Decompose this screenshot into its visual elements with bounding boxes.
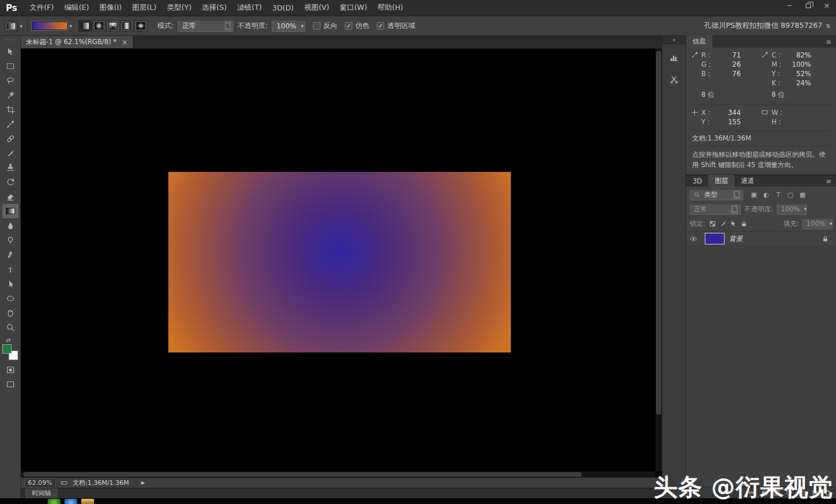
shape-filter-icon[interactable]: ▢ <box>785 191 795 199</box>
menu-view[interactable]: 视图(V) <box>299 0 334 16</box>
menu-file[interactable]: 文件(F) <box>24 0 59 16</box>
type-filter-icon[interactable]: T <box>773 191 783 199</box>
reflected-gradient-button[interactable] <box>120 20 134 31</box>
expand-panels-button[interactable]: « <box>662 36 686 44</box>
diamond-gradient-button[interactable] <box>134 20 147 31</box>
marquee-tool[interactable] <box>2 59 19 73</box>
layer-visibility-toggle[interactable] <box>686 232 701 246</box>
toolbar-grip[interactable] <box>4 39 17 42</box>
timeline-tab[interactable]: 时间轴 <box>24 488 59 498</box>
layer-row-background[interactable]: 背景 <box>686 231 836 247</box>
hand-tool[interactable] <box>2 305 19 320</box>
gradient-tool[interactable] <box>2 204 19 218</box>
menu-select[interactable]: 选择(S) <box>197 0 232 16</box>
tab-3d[interactable]: 3D <box>686 175 708 187</box>
foreground-color-swatch[interactable] <box>2 344 12 354</box>
menu-help[interactable]: 帮助(H) <box>372 0 408 16</box>
reverse-option[interactable]: 反向 <box>313 21 337 31</box>
w-label: W : <box>772 109 787 117</box>
lock-transparent-pixels-icon[interactable] <box>709 220 716 228</box>
eraser-tool[interactable] <box>2 189 19 204</box>
magic-wand-tool[interactable] <box>2 88 19 102</box>
dither-checkbox[interactable]: ✓ <box>345 22 352 30</box>
histogram-panel-icon[interactable] <box>665 49 683 66</box>
dither-option[interactable]: ✓ 仿色 <box>345 21 369 31</box>
angle-gradient-button[interactable] <box>106 20 120 31</box>
layer-lock-icon <box>821 235 833 243</box>
lock-image-pixels-icon[interactable] <box>719 220 727 228</box>
menu-layer[interactable]: 图层(L) <box>127 0 162 16</box>
menu-type[interactable]: 类型(Y) <box>161 0 196 16</box>
gradient-picker-arrow-icon[interactable]: ▾ <box>70 23 73 29</box>
history-brush-tool[interactable] <box>2 175 19 189</box>
menu-3d[interactable]: 3D(D) <box>267 1 299 15</box>
horizontal-scrollbar[interactable] <box>21 471 655 477</box>
taskbar-browser-icon[interactable] <box>64 499 77 504</box>
menu-edit[interactable]: 编辑(E) <box>59 0 95 16</box>
info-panel-menu-icon[interactable]: ≡ <box>821 38 836 46</box>
pixel-filter-icon[interactable]: ▣ <box>749 191 759 199</box>
vertical-scrollbar-thumb[interactable] <box>656 51 661 415</box>
reverse-checkbox[interactable] <box>313 22 320 30</box>
type-tool[interactable]: T <box>2 262 19 276</box>
vertical-scrollbar[interactable] <box>655 49 662 471</box>
color-swatches <box>2 344 18 360</box>
menu-image[interactable]: 图像(I) <box>94 0 127 16</box>
notes-panel-icon[interactable] <box>665 71 683 88</box>
swap-colors-icon[interactable]: ⇄ <box>6 337 10 343</box>
lasso-tool[interactable] <box>2 73 19 88</box>
layer-selected-area[interactable]: 背景 <box>701 232 836 246</box>
layer-filter-select[interactable]: 类型 ⇅ <box>690 189 743 200</box>
transparency-checkbox[interactable]: ✓ <box>377 22 384 30</box>
close-button[interactable]: × <box>817 0 836 12</box>
path-selection-tool[interactable] <box>2 276 19 291</box>
healing-brush-tool[interactable] <box>2 131 19 146</box>
clone-stamp-tool[interactable] <box>2 160 19 175</box>
ellipse-tool[interactable] <box>2 291 19 305</box>
lock-all-icon[interactable] <box>740 220 748 228</box>
quick-mask-button[interactable] <box>2 362 19 377</box>
horizontal-scrollbar-thumb[interactable] <box>23 472 582 477</box>
menu-filter[interactable]: 滤镜(T) <box>232 0 267 16</box>
adjustment-filter-icon[interactable]: ◐ <box>761 191 771 199</box>
document-tab-close-icon[interactable]: × <box>122 38 128 46</box>
layer-blend-mode-select[interactable]: 正常 ⇅ <box>690 204 741 215</box>
tab-layers[interactable]: 图层 <box>708 175 734 187</box>
tool-preset-picker[interactable]: ▾ <box>5 21 28 31</box>
layer-thumbnail[interactable] <box>705 233 725 244</box>
taskbar-folder-icon[interactable] <box>81 499 94 504</box>
blend-mode-select[interactable]: 正常 ⇅ <box>178 20 233 32</box>
canvas-area[interactable] <box>21 49 662 477</box>
eyedropper-tool[interactable] <box>2 117 19 131</box>
lock-position-icon[interactable] <box>730 220 737 228</box>
minimize-button[interactable]: ─ <box>780 0 799 12</box>
zoom-tool[interactable] <box>2 320 19 334</box>
menu-window[interactable]: 窗口(W) <box>334 0 372 16</box>
layer-opacity-select[interactable]: 100% ▾ <box>777 204 807 215</box>
pen-tool[interactable] <box>2 247 19 262</box>
taskbar-start-icon[interactable] <box>48 499 60 504</box>
smart-object-filter-icon[interactable]: ▦ <box>798 191 808 199</box>
zoom-level-field[interactable]: 62.09% <box>24 478 56 488</box>
crop-tool[interactable] <box>2 102 19 117</box>
linear-gradient-button[interactable] <box>78 20 92 31</box>
status-icon <box>60 479 68 487</box>
screen-mode-button[interactable] <box>2 377 19 391</box>
brush-tool[interactable] <box>2 146 19 160</box>
updown-icon[interactable]: ⇅ <box>826 23 830 29</box>
blur-tool[interactable] <box>2 218 19 233</box>
radial-gradient-button[interactable] <box>92 20 106 31</box>
document-canvas[interactable] <box>168 172 511 352</box>
layers-panel-menu-icon[interactable]: ≡ <box>821 178 836 185</box>
transparency-option[interactable]: ✓ 透明区域 <box>377 21 415 31</box>
layer-fill-select[interactable]: 100% ▾ <box>802 218 833 229</box>
document-tab[interactable]: 未标题-1 @ 62.1%(RGB/8) * × <box>21 36 134 48</box>
tab-channels[interactable]: 通道 <box>734 175 761 187</box>
tab-info[interactable]: 信息 <box>686 35 712 48</box>
opacity-select[interactable]: 100% ▾ <box>272 20 305 32</box>
move-tool[interactable] <box>2 44 19 59</box>
status-options-arrow-icon[interactable]: ▶ <box>136 480 145 485</box>
dodge-tool[interactable] <box>2 233 19 247</box>
restore-button[interactable] <box>799 0 817 12</box>
gradient-editor-swatch[interactable] <box>32 21 68 30</box>
